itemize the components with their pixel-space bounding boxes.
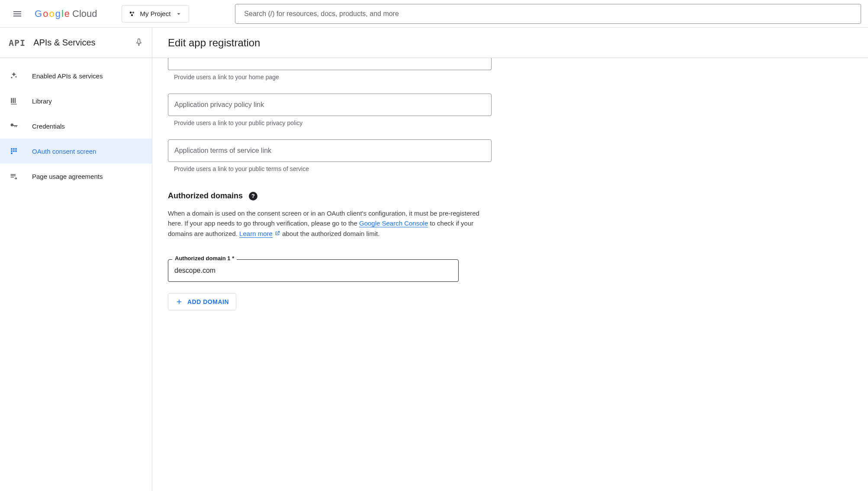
help-icon[interactable]: ? <box>249 192 257 200</box>
pin-icon <box>135 38 143 46</box>
learn-more-link[interactable]: Learn more <box>239 230 273 238</box>
authorized-domain-1-field[interactable]: Authorized domain 1 * <box>168 259 459 282</box>
search-bar[interactable] <box>235 4 861 24</box>
authorized-domain-1-input[interactable] <box>174 267 452 275</box>
home-page-input[interactable] <box>174 60 485 68</box>
sidebar-item-label: Library <box>32 97 52 105</box>
enabled-apis-icon <box>10 71 18 80</box>
tos-help: Provide users a link to your public term… <box>168 165 492 172</box>
authorized-domains-heading: Authorized domains ? <box>168 191 492 200</box>
sidebar-item-library[interactable]: Library <box>0 88 152 113</box>
sidebar-item-oauth[interactable]: OAuth consent screen <box>0 139 152 164</box>
library-icon <box>10 97 18 105</box>
sidebar: API APIs & Services Enabled APIs & servi… <box>0 28 152 491</box>
add-domain-button[interactable]: ADD DOMAIN <box>168 293 236 310</box>
sidebar-item-agreements[interactable]: Page usage agreements <box>0 164 152 189</box>
plus-icon <box>175 298 183 306</box>
main-header: Edit app registration <box>152 28 868 58</box>
agreements-icon <box>10 172 18 181</box>
sidebar-header: API APIs & Services <box>0 28 152 58</box>
external-link-icon <box>274 229 280 235</box>
page-title: Edit app registration <box>168 37 260 49</box>
google-search-console-link[interactable]: Google Search Console <box>359 220 428 227</box>
svg-point-0 <box>129 11 132 13</box>
hamburger-menu[interactable] <box>7 3 28 24</box>
project-picker[interactable]: My Project <box>122 5 190 23</box>
tos-placeholder: Application terms of service link <box>174 147 271 155</box>
oauth-icon <box>10 147 18 155</box>
search-input[interactable] <box>244 10 852 18</box>
sidebar-item-label: OAuth consent screen <box>32 148 96 155</box>
svg-point-1 <box>132 11 134 13</box>
authorized-domains-desc: When a domain is used on the consent scr… <box>168 208 492 239</box>
sidebar-item-enabled[interactable]: Enabled APIs & services <box>0 63 152 88</box>
sidebar-item-label: Page usage agreements <box>32 173 103 180</box>
home-page-field[interactable] <box>168 58 492 70</box>
svg-point-2 <box>131 14 133 16</box>
caret-down-icon <box>175 10 183 18</box>
privacy-help: Provide users a link to your public priv… <box>168 120 492 126</box>
home-page-help: Provide users a link to your home page <box>168 74 492 81</box>
sidebar-title: APIs & Services <box>33 38 127 48</box>
authorized-domain-1-label: Authorized domain 1 * <box>172 255 237 262</box>
menu-icon <box>12 9 23 19</box>
pin-button[interactable] <box>135 38 143 48</box>
add-domain-label: ADD DOMAIN <box>187 298 229 305</box>
api-icon: API <box>9 38 26 48</box>
privacy-field[interactable]: Application privacy policy link <box>168 94 492 116</box>
tos-field[interactable]: Application terms of service link <box>168 139 492 162</box>
sidebar-item-credentials[interactable]: Credentials <box>0 113 152 139</box>
main-content: Edit app registration Provide users a li… <box>152 28 868 491</box>
privacy-placeholder: Application privacy policy link <box>174 101 264 109</box>
project-name: My Project <box>140 10 171 17</box>
key-icon <box>10 122 18 130</box>
google-cloud-logo[interactable]: GoogleCloud <box>35 8 97 19</box>
project-icon <box>128 10 136 18</box>
sidebar-item-label: Enabled APIs & services <box>32 72 103 80</box>
sidebar-item-label: Credentials <box>32 123 65 130</box>
